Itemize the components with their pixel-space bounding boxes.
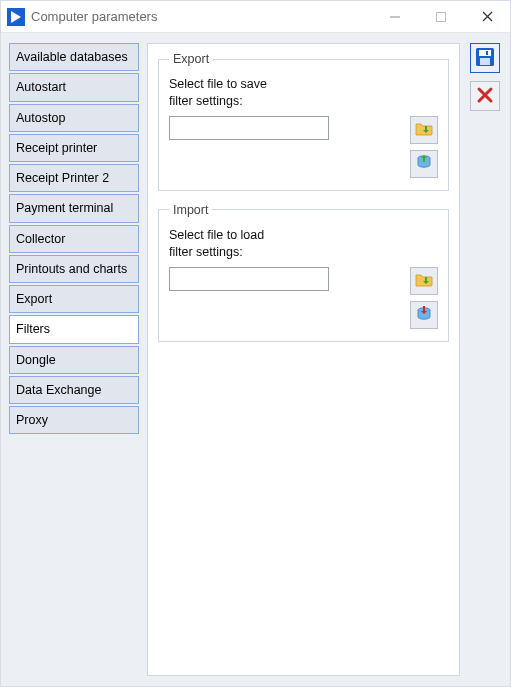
- app-icon: [7, 8, 25, 26]
- svg-rect-3: [437, 12, 446, 21]
- tab-payment-terminal[interactable]: Payment terminal: [9, 194, 139, 222]
- svg-rect-10: [480, 58, 490, 65]
- floppy-icon: [475, 47, 495, 70]
- save-button[interactable]: [470, 43, 500, 73]
- tab-label: Data Exchange: [16, 383, 101, 397]
- import-apply-button[interactable]: [410, 301, 438, 329]
- content-area: Available databases Autostart Autostop R…: [1, 33, 510, 686]
- tab-collector[interactable]: Collector: [9, 225, 139, 253]
- export-help: Select file to save filter settings:: [169, 76, 438, 110]
- main-panel: Export Select file to save filter settin…: [147, 43, 460, 676]
- db-import-icon: [415, 304, 433, 325]
- tab-available-databases[interactable]: Available databases: [9, 43, 139, 71]
- window-title: Computer parameters: [31, 9, 157, 24]
- sidebar: Available databases Autostart Autostop R…: [9, 43, 139, 676]
- tab-label: Dongle: [16, 353, 56, 367]
- folder-arrow-icon: [415, 120, 433, 139]
- tab-label: Printouts and charts: [16, 262, 127, 276]
- tab-label: Proxy: [16, 413, 48, 427]
- import-legend: Import: [169, 203, 212, 217]
- tab-dongle[interactable]: Dongle: [9, 346, 139, 374]
- tab-export[interactable]: Export: [9, 285, 139, 313]
- import-path-input[interactable]: [169, 267, 329, 291]
- tab-receipt-printer[interactable]: Receipt printer: [9, 134, 139, 162]
- tab-proxy[interactable]: Proxy: [9, 406, 139, 434]
- export-group: Export Select file to save filter settin…: [158, 52, 449, 191]
- tab-label: Export: [16, 292, 52, 306]
- import-group: Import Select file to load filter settin…: [158, 203, 449, 342]
- import-help: Select file to load filter settings:: [169, 227, 438, 261]
- tab-label: Available databases: [16, 50, 128, 64]
- maximize-button[interactable]: [418, 1, 464, 33]
- cancel-x-icon: [476, 86, 494, 107]
- tab-label: Filters: [16, 322, 50, 336]
- export-path-input[interactable]: [169, 116, 329, 140]
- tab-label: Payment terminal: [16, 201, 113, 215]
- import-browse-button[interactable]: [410, 267, 438, 295]
- tab-label: Receipt printer: [16, 141, 97, 155]
- titlebar: Computer parameters: [1, 1, 510, 33]
- cancel-button[interactable]: [470, 81, 500, 111]
- export-legend: Export: [169, 52, 213, 66]
- tab-autostop[interactable]: Autostop: [9, 104, 139, 132]
- tab-data-exchange[interactable]: Data Exchange: [9, 376, 139, 404]
- db-export-icon: [415, 153, 433, 174]
- close-button[interactable]: [464, 1, 510, 33]
- svg-rect-9: [479, 50, 491, 56]
- tab-label: Autostart: [16, 80, 66, 94]
- tab-label: Autostop: [16, 111, 65, 125]
- export-browse-button[interactable]: [410, 116, 438, 144]
- tab-filters[interactable]: Filters: [9, 315, 139, 343]
- minimize-button[interactable]: [372, 1, 418, 33]
- folder-arrow-icon: [415, 271, 433, 290]
- export-apply-button[interactable]: [410, 150, 438, 178]
- tab-autostart[interactable]: Autostart: [9, 73, 139, 101]
- svg-rect-11: [486, 51, 488, 55]
- tab-printouts-and-charts[interactable]: Printouts and charts: [9, 255, 139, 283]
- tab-receipt-printer-2[interactable]: Receipt Printer 2: [9, 164, 139, 192]
- action-bar: [468, 43, 502, 676]
- tab-label: Collector: [16, 232, 65, 246]
- tab-label: Receipt Printer 2: [16, 171, 109, 185]
